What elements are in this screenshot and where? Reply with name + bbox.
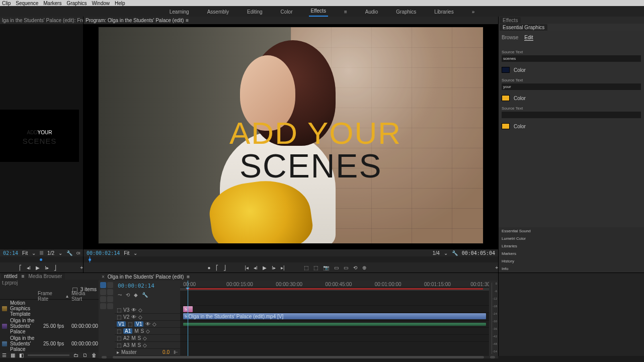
playhead[interactable] — [188, 281, 188, 356]
prog-extract-icon[interactable]: ⬚ — [313, 265, 318, 270]
list-view-icon[interactable]: ☰ — [2, 352, 7, 358]
video-clip-v1[interactable]: fx Olga in the Students' Palace (edit).m… — [183, 313, 486, 319]
source-monitor[interactable]: ADDYOUR SCENES — [0, 24, 83, 249]
prog-safe-margin-icon[interactable]: ▭ — [344, 265, 348, 270]
menu-help[interactable]: Help — [115, 1, 125, 6]
workspace-libraries[interactable]: Libraries — [432, 7, 455, 17]
ripple-tool-icon[interactable] — [100, 289, 106, 295]
prog-goto-in-icon[interactable]: |◂ — [245, 265, 249, 270]
trash-icon[interactable]: 🗑 — [92, 352, 97, 358]
menu-markers[interactable]: Markers — [43, 1, 61, 6]
menu-window[interactable]: Window — [92, 1, 110, 6]
tab-project[interactable]: ntitled — [1, 273, 21, 280]
program-timecode[interactable]: 00:00:02:14 — [87, 250, 120, 256]
program-monitor[interactable]: ADD YOUR SCENES — [84, 24, 498, 249]
track-a3-header[interactable]: ⬚A3MS◇ — [115, 342, 180, 349]
source-tab[interactable]: lga in the Students' Palace (edit): Fres… — [0, 17, 83, 24]
workspace-learning[interactable]: Learning — [168, 7, 191, 17]
zoom-handle-right[interactable] — [490, 356, 495, 358]
prog-play-icon[interactable]: ▶ — [263, 265, 267, 270]
tab-effects[interactable]: Effects — [500, 17, 521, 24]
src-mark-out-icon[interactable]: ⎦ — [54, 265, 56, 270]
source-fit[interactable]: Fit — [22, 250, 28, 256]
workspace-graphics[interactable]: Graphics — [394, 7, 418, 17]
eg-swatch1[interactable] — [502, 67, 510, 73]
prog-add-marker-icon[interactable]: ● — [207, 265, 210, 270]
workspace-effects-dropdown-icon[interactable]: ≡ — [342, 7, 349, 17]
source-resolution[interactable]: 1/2 — [47, 250, 54, 256]
track-v2-header[interactable]: ⬚V2👁◇ — [115, 314, 180, 321]
menu-graphics[interactable]: Graphics — [66, 1, 87, 6]
audio-clip-a1[interactable] — [183, 323, 486, 326]
workspace-assembly[interactable]: Assembly — [205, 7, 231, 17]
zoom-scrollbar[interactable] — [113, 356, 484, 358]
program-settings-icon[interactable]: 🔧 — [452, 250, 458, 256]
src-play-icon[interactable]: ▶ — [36, 265, 40, 270]
prog-step-back-icon[interactable]: ◂Ⅰ — [254, 265, 258, 270]
source-settings-icon[interactable]: 🔧 — [66, 250, 72, 256]
mogrt-text-line2[interactable]: SCENES — [239, 147, 382, 185]
program-fit[interactable]: Fit — [124, 250, 129, 256]
prog-in-icon[interactable]: ⎡ — [216, 265, 218, 270]
track-v3-header[interactable]: ⬚V3👁◇ — [115, 307, 180, 314]
slip-tool-icon[interactable] — [100, 296, 106, 302]
eg-input-sourcetext3[interactable] — [502, 112, 641, 118]
eg-browse-tab[interactable]: Browse — [502, 35, 518, 41]
menu-clip[interactable]: Clip — [2, 1, 11, 6]
marker-tool-icon[interactable]: ◆ — [134, 292, 138, 298]
razor-tool-icon[interactable] — [107, 289, 113, 295]
workspace-color[interactable]: Color — [279, 7, 295, 17]
linked-icon[interactable]: ⟲ — [126, 292, 130, 298]
type-tool-icon[interactable] — [107, 303, 113, 309]
eg-input-sourcetext1[interactable] — [502, 55, 641, 62]
work-area[interactable] — [180, 288, 489, 291]
prog-step-fwd-icon[interactable]: Ⅰ▸ — [272, 265, 276, 270]
tab-info[interactable]: Info — [499, 265, 644, 273]
source-scrub-bar[interactable] — [0, 256, 83, 262]
track-master-header[interactable]: ▸Master0.0⊩ — [115, 349, 180, 356]
track-select-tool-icon[interactable] — [107, 282, 113, 288]
freeform-view-icon[interactable]: ◧ — [19, 352, 24, 358]
eg-swatch2[interactable] — [502, 95, 510, 101]
timeline-timecode[interactable]: 00:00:02:14 — [115, 281, 180, 291]
src-step-back-icon[interactable]: ◂Ⅰ — [27, 265, 31, 270]
track-a2-header[interactable]: ⬚A2MS◇ — [115, 335, 180, 342]
program-scrub-bar[interactable] — [84, 256, 498, 262]
tab-markers[interactable]: Markers — [499, 250, 644, 257]
tab-media-browser[interactable]: Media Browser — [26, 273, 65, 280]
timeline-area[interactable]: 00:00 00:00:15:00 00:00:30:00 00:00:45:0… — [180, 281, 489, 356]
prog-out-icon[interactable]: ⎦ — [223, 265, 226, 270]
workspace-editing[interactable]: Editing — [245, 7, 265, 17]
new-bin-icon[interactable]: 🗀 — [73, 352, 78, 358]
selection-tool-icon[interactable] — [100, 282, 106, 288]
prog-proxy-icon[interactable]: ⟲ — [353, 265, 357, 270]
program-tab[interactable]: Program: Olga in the Students' Palace (e… — [84, 17, 498, 24]
src-step-fwd-icon[interactable]: Ⅰ▸ — [45, 265, 49, 270]
workspace-effects[interactable]: Effects — [309, 6, 328, 17]
tab-essential-sound[interactable]: Essential Sound — [499, 227, 644, 235]
timeline-tab[interactable]: Olga in the Students' Palace (edit) — [108, 274, 184, 280]
tab-lumetri-color[interactable]: Lumetri Color — [499, 235, 644, 242]
src-mark-in-icon[interactable]: ⎡ — [19, 265, 22, 270]
prog-goto-out-icon[interactable]: ▸| — [281, 265, 285, 270]
project-row[interactable]: Olga in the Students' Palace 25.00 fps 0… — [0, 335, 99, 352]
new-item-icon[interactable]: 🗋 — [83, 352, 88, 358]
track-v1-header[interactable]: V1⬚V1👁◇ — [115, 321, 180, 328]
tab-libraries[interactable]: Libraries — [499, 242, 644, 250]
project-row[interactable]: Motion Graphics Template — [0, 300, 99, 317]
project-row[interactable]: Olga in the Students' Palace 25.00 fps 0… — [0, 317, 99, 335]
source-timecode[interactable]: 02:14 — [3, 250, 18, 256]
eg-swatch3[interactable] — [502, 123, 510, 129]
prog-export-frame-icon[interactable]: 📷 — [323, 265, 329, 270]
workspace-audio[interactable]: Audio — [363, 7, 380, 17]
tab-essential-graphics[interactable]: Essential Graphics — [500, 24, 547, 31]
track-a1-header[interactable]: ⬚A1MS◇ — [115, 328, 180, 335]
tab-history[interactable]: History — [499, 257, 644, 265]
mogrt-text-line1[interactable]: ADD YOUR — [229, 115, 401, 151]
zoom-handle-left[interactable] — [102, 356, 107, 358]
eg-edit-tab[interactable]: Edit — [524, 35, 533, 41]
settings-icon[interactable]: 🔧 — [142, 292, 148, 298]
menu-sequence[interactable]: Sequence — [16, 1, 38, 6]
eg-input-sourcetext2[interactable] — [502, 83, 641, 90]
program-scale[interactable]: 1/4 — [433, 250, 440, 256]
